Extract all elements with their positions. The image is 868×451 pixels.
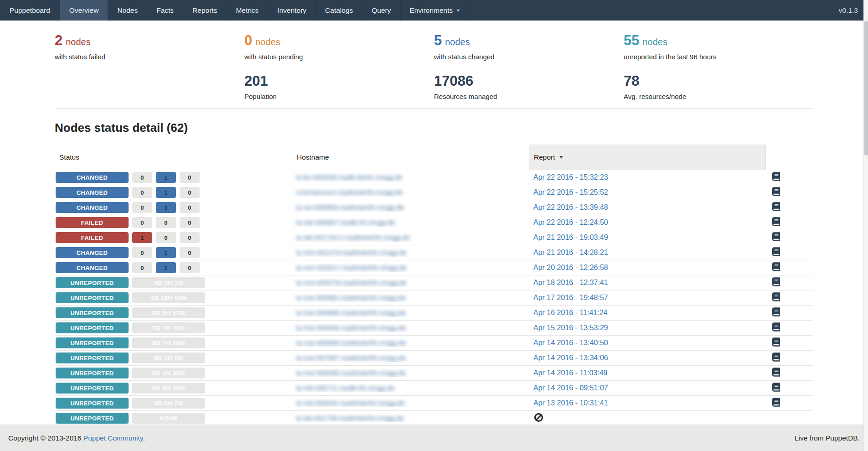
report-book-icon[interactable] bbox=[772, 307, 780, 316]
report-date-link[interactable]: Apr 16 2016 - 11:41:24 bbox=[533, 309, 608, 316]
report-book-icon[interactable] bbox=[772, 172, 780, 181]
navbar-brand[interactable]: Puppetboard bbox=[0, 0, 60, 21]
report-date-link[interactable]: Apr 18 2016 - 12:37:41 bbox=[533, 279, 608, 286]
report-actions-cell bbox=[766, 307, 813, 318]
column-header-hostname-label: Hostname bbox=[297, 153, 329, 161]
report-date-link[interactable]: Apr 22 2016 - 15:32:23 bbox=[533, 173, 608, 181]
report-date-link[interactable]: Apr 22 2016 - 15:25:52 bbox=[533, 188, 608, 196]
hostname-link[interactable]: ly-mm-002017.mydrinterhh.mngg.de bbox=[296, 264, 407, 271]
status-badge: UNREPORTED bbox=[56, 337, 129, 348]
sort-desc-icon bbox=[559, 156, 563, 159]
report-date-link[interactable]: Apr 21 2016 - 19:03:49 bbox=[533, 233, 608, 241]
unreported-duration-badge: 8D 5H 48M bbox=[132, 383, 205, 394]
report-date-link[interactable]: Apr 14 2016 - 13:40:50 bbox=[533, 339, 608, 347]
hostname-link[interactable]: cmd-bannvrn.mydrinterhh.mngg.de bbox=[296, 188, 403, 196]
report-book-icon[interactable] bbox=[772, 322, 780, 332]
hostname-link[interactable]: ly-mw-007087.mydrinterhh.mngg.de bbox=[296, 354, 406, 362]
copyright-text: Copyright © 2013-2016 Puppet Community. bbox=[8, 434, 145, 442]
report-book-icon[interactable] bbox=[772, 247, 780, 256]
report-date-link[interactable]: Apr 22 2016 - 12:24:50 bbox=[533, 218, 608, 226]
unreported-duration-badge: 9D 5H 7M bbox=[132, 398, 205, 409]
hostname-link[interactable]: ly-mb-000687.mydb-hh.mngg.de bbox=[296, 218, 395, 226]
report-book-icon[interactable] bbox=[772, 262, 780, 271]
nav-item-catalogs[interactable]: Catalogs bbox=[316, 0, 362, 21]
nav-item-inventory[interactable]: Inventory bbox=[268, 0, 316, 21]
stat-node-count: 2nodes bbox=[55, 32, 244, 49]
table-row: CHANGED030ly-nw-000906.mydrinterhh.mngg.… bbox=[55, 200, 813, 215]
status-badge: UNREPORTED bbox=[56, 383, 129, 394]
hostname-link[interactable]: ly-mw-000946.mydrinterhh.mngg.de bbox=[296, 339, 406, 347]
no-report-ban-icon bbox=[534, 413, 543, 422]
hostname-link[interactable]: ly-mw-000646.mydrinterhh.mngg.de bbox=[296, 324, 406, 332]
event-count-badge: 0 bbox=[132, 202, 152, 213]
report-actions-cell bbox=[766, 247, 813, 258]
report-cell: Apr 21 2016 - 14:28:21 bbox=[529, 249, 766, 257]
unreported-duration-badge: 6D 3H 57M bbox=[132, 307, 205, 318]
hostname-link[interactable]: ly-mw-000666.mydrinterhh.mngg.de bbox=[296, 309, 406, 316]
copyright-prefix: Copyright © 2013-2016 bbox=[8, 434, 83, 442]
report-book-icon[interactable] bbox=[772, 353, 780, 362]
stat-column-changed: 5nodeswith status changed17086Resources … bbox=[434, 32, 624, 101]
nav-item-facts[interactable]: Facts bbox=[147, 0, 183, 21]
nav-item-nodes[interactable]: Nodes bbox=[108, 0, 147, 21]
report-date-link[interactable]: Apr 20 2016 - 12:26:58 bbox=[533, 264, 608, 271]
stat-sublabel: with status changed bbox=[434, 53, 624, 61]
report-book-icon[interactable] bbox=[772, 368, 780, 377]
hostname-link[interactable]: ly-mm-000278.mydrinterhh.mngg.de bbox=[296, 279, 407, 286]
report-date-link[interactable]: Apr 21 2016 - 14:28:21 bbox=[533, 249, 608, 256]
stat-count-unit: nodes bbox=[66, 37, 91, 47]
status-badge: UNREPORTED bbox=[56, 292, 129, 303]
report-date-link[interactable]: Apr 17 2016 - 19:48:57 bbox=[533, 294, 608, 301]
report-book-icon[interactable] bbox=[772, 277, 780, 286]
report-book-icon[interactable] bbox=[772, 292, 780, 301]
hostname-link[interactable]: ly-mb-000711.mydb-hh.mngg.de bbox=[296, 384, 395, 392]
report-book-icon[interactable] bbox=[772, 398, 780, 407]
report-book-icon[interactable] bbox=[772, 383, 780, 392]
nav-item-metrics[interactable]: Metrics bbox=[227, 0, 268, 21]
table-row: UNREPORTED9D 5H 7Mly-mb-004042.mydrinter… bbox=[55, 396, 813, 411]
status-badge: CHANGED bbox=[56, 262, 129, 273]
hostname-link[interactable]: ly-wb-001743-2.mydrinterhh.mngg.de bbox=[296, 233, 410, 241]
main-content: 2nodeswith status failed0nodeswith statu… bbox=[0, 21, 868, 425]
nav-item-overview[interactable]: Overview bbox=[60, 0, 108, 21]
table-row: UNREPORTED8D 5H 48Mly-mb-000711.mydb-hh.… bbox=[55, 381, 813, 396]
hostname-cell: ly-mw-000666.mydrinterhh.mngg.de bbox=[292, 309, 529, 317]
event-count-badge: 1 bbox=[132, 232, 152, 243]
puppet-community-link[interactable]: Puppet Community bbox=[83, 434, 143, 442]
hostname-link[interactable]: ly-wb-001736.mydrinterhh.mngg.de bbox=[296, 414, 404, 422]
report-book-icon[interactable] bbox=[772, 202, 780, 211]
navbar: Puppetboard OverviewNodesFactsReportsMet… bbox=[0, 0, 868, 21]
report-cell: Apr 14 2016 - 11:03:49 bbox=[529, 369, 766, 377]
report-book-icon[interactable] bbox=[772, 187, 780, 196]
report-date-link[interactable]: Apr 15 2016 - 13:53:29 bbox=[533, 324, 608, 332]
table-row: CHANGED010ly-mm-001274.mydrinterhh.mngg.… bbox=[55, 245, 813, 260]
report-date-link[interactable]: Apr 13 2016 - 10:31:41 bbox=[533, 399, 608, 407]
report-cell bbox=[529, 413, 766, 424]
report-book-icon[interactable] bbox=[772, 217, 780, 226]
hostname-link[interactable]: ly-mw-000662.mydrinterhh.mngg.de bbox=[296, 294, 406, 301]
report-book-icon[interactable] bbox=[772, 337, 780, 347]
vertical-scrollbar[interactable] bbox=[863, 0, 868, 451]
column-header-report[interactable]: Report bbox=[529, 145, 766, 170]
hostname-link[interactable]: ly-nw-000906.mydrinterhh.mngg.db bbox=[296, 203, 404, 211]
hostname-link[interactable]: ly-mm-001274.mydrinterhh.mngg.de bbox=[296, 249, 407, 256]
unreported-duration-badge: 7D 1H 45M bbox=[132, 322, 205, 333]
stat-node-count: 55nodes bbox=[624, 32, 813, 49]
report-date-link[interactable]: Apr 14 2016 - 13:34:06 bbox=[533, 354, 608, 362]
hostname-link[interactable]: ly-mw-000046.mydrinterhh.mngg.de bbox=[296, 369, 406, 377]
scrollbar-thumb[interactable] bbox=[864, 21, 868, 156]
event-count-badge: 1 bbox=[156, 187, 176, 198]
report-cell: Apr 22 2016 - 15:32:23 bbox=[529, 173, 766, 181]
nav-item-query[interactable]: Query bbox=[362, 0, 400, 21]
status-badge: UNREPORTED bbox=[56, 353, 129, 363]
hostname-link[interactable]: ly-bn-000209.mydb-berlin.mngg.de bbox=[296, 173, 403, 181]
report-cell: Apr 22 2016 - 13:39:48 bbox=[529, 203, 766, 212]
nav-item-reports[interactable]: Reports bbox=[183, 0, 227, 21]
report-book-icon[interactable] bbox=[772, 232, 780, 241]
hostname-link[interactable]: ly-mb-004042.mydrinterhh.mngg.de bbox=[296, 399, 405, 407]
report-date-link[interactable]: Apr 14 2016 - 11:03:49 bbox=[533, 369, 608, 377]
report-actions-cell bbox=[766, 383, 813, 394]
report-date-link[interactable]: Apr 14 2016 - 09:51:07 bbox=[533, 384, 608, 392]
nav-item-environments[interactable]: Environments bbox=[401, 0, 470, 21]
report-date-link[interactable]: Apr 22 2016 - 13:39:48 bbox=[533, 203, 608, 211]
